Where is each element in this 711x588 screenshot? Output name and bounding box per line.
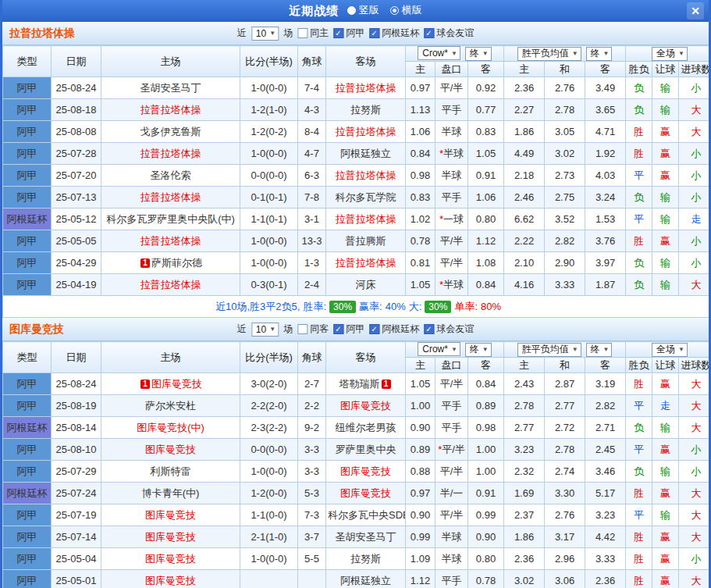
team-cell[interactable]: 科尔多瓦中央SDE xyxy=(326,504,406,526)
team-name: 拉普拉塔体操 xyxy=(140,235,201,247)
filter-checkbox-3[interactable]: 球会友谊 xyxy=(424,27,474,40)
filter-checkbox-2[interactable]: 阿根廷杯 xyxy=(369,27,419,40)
team-cell[interactable]: 戈多伊克鲁斯 xyxy=(101,121,240,143)
team-cell[interactable]: 图库曼竞技 xyxy=(326,483,406,504)
filter-bar-2: 近10▼场同客阿甲阿根廷杯球会友谊 xyxy=(237,318,474,340)
asia-home-odds-cell: 0.88 xyxy=(406,461,435,483)
recent-count-select[interactable]: 10▼ xyxy=(251,27,279,41)
team-cell[interactable]: 拉普拉塔体操 xyxy=(101,274,240,296)
date-cell: 25-07-14 xyxy=(52,526,101,548)
handicap-result-cell: 输 xyxy=(652,252,679,274)
match-row: 阿甲25-08-24圣胡安圣马丁1-0(0-0)7-4拉普拉塔体操0.97平/半… xyxy=(3,77,711,99)
team-cell[interactable]: 阿根廷独立 xyxy=(326,570,406,588)
filter-checkbox-2[interactable]: 阿根廷杯 xyxy=(369,323,419,336)
team-cell[interactable]: 图库曼竞技 xyxy=(101,548,240,570)
team-cell[interactable]: 拉普拉塔体操 xyxy=(326,165,406,187)
filter-checkbox-1[interactable]: 阿甲 xyxy=(333,323,364,336)
handicap-result-cell: 输 xyxy=(652,77,679,99)
league-cell: 阿甲 xyxy=(3,99,52,121)
team-cell[interactable]: 普拉腾斯 xyxy=(326,230,406,252)
odds-source-select[interactable]: 胜平负均值▼ xyxy=(517,343,581,357)
handicap-result-cell: 赢 xyxy=(652,143,679,165)
recent-count-select[interactable]: 10▼ xyxy=(251,323,279,337)
odds-source-select[interactable]: 终▼ xyxy=(465,343,492,357)
team-cell[interactable]: 拉普拉塔体操 xyxy=(326,77,406,99)
team-cell[interactable]: 圣胡安圣马丁 xyxy=(101,77,240,99)
team-cell[interactable]: 1图库曼竞技 xyxy=(101,373,240,395)
goals-result-cell: 大 xyxy=(679,274,711,296)
team-cell[interactable]: 拉普拉塔体操 xyxy=(101,143,240,165)
team-cell[interactable]: 圣洛伦索 xyxy=(101,165,240,187)
team-cell[interactable]: 科尔多瓦学院 xyxy=(326,187,406,208)
corner-cell: 3-3 xyxy=(298,439,326,461)
asia-away-odds-cell: 1.06 xyxy=(468,187,504,208)
odds-source-select[interactable]: 终▼ xyxy=(465,47,492,61)
team-cell[interactable]: 图库曼竞技 xyxy=(101,526,240,548)
handicap-result-cell: 赢 xyxy=(652,570,679,588)
odds-source-select[interactable]: 全场▼ xyxy=(652,47,688,61)
odds-source-select[interactable]: 全场▼ xyxy=(652,343,688,357)
close-button[interactable]: ✕ xyxy=(687,2,704,20)
team-cell[interactable]: 萨尔米安杜 xyxy=(101,395,240,417)
team-cell[interactable]: 图库曼竞技 xyxy=(101,570,240,588)
team-name: 河床 xyxy=(356,279,376,290)
team-cell[interactable]: 图库曼竞技(中) xyxy=(101,417,240,439)
asia-handicap-cell: 半球 xyxy=(435,165,468,187)
team-name: 罗萨里奥中央 xyxy=(336,444,396,455)
europe-away-odds-cell: 2.45 xyxy=(585,439,626,461)
europe-home-odds-cell: 3.02 xyxy=(504,570,545,588)
titlebar-content: 近期战绩 竖版横版 xyxy=(289,3,421,19)
team-cell[interactable]: 1萨斯菲尔德 xyxy=(101,252,240,274)
team-cell[interactable]: 圣胡安圣马丁 xyxy=(326,526,406,548)
match-row: 阿根廷杯25-05-12科尔多瓦罗萨里奥中央队(中)1-1(0-1)3-1拉普拉… xyxy=(3,208,711,230)
filter-checkbox-1[interactable]: 阿甲 xyxy=(333,27,364,40)
team-title-1: 拉普拉塔体操 xyxy=(9,27,75,41)
team-cell[interactable]: 阿根廷独立 xyxy=(326,143,406,165)
team-cell[interactable]: 拉普拉塔体操 xyxy=(326,252,406,274)
date-cell: 25-07-28 xyxy=(52,143,101,165)
team-cell[interactable]: 拉普拉塔体操 xyxy=(101,187,240,208)
filter-checkbox-3[interactable]: 球会友谊 xyxy=(424,323,474,336)
summary-stat-value: 80% xyxy=(481,301,501,312)
europe-draw-odds-cell: 2.82 xyxy=(545,230,585,252)
odds-source-select[interactable]: 终▼ xyxy=(586,47,613,61)
europe-away-odds-cell: 2.82 xyxy=(585,395,626,417)
odds-source-select[interactable]: 胜平负均值▼ xyxy=(517,47,581,61)
odds-source-select[interactable]: Crow*▼ xyxy=(418,342,460,356)
team-cell[interactable]: 拉普拉塔体操 xyxy=(101,99,240,121)
team-name: 萨斯菲尔德 xyxy=(151,257,202,269)
team-cell[interactable]: 罗萨里奥中央 xyxy=(326,439,406,461)
odds-header-group: Crow*▼终▼ xyxy=(406,46,504,62)
team-cell[interactable]: 拉努斯 xyxy=(326,99,406,121)
asia-handicap-cell: *一球 xyxy=(435,208,468,230)
team-cell[interactable]: 纽维尔老男孩 xyxy=(326,417,406,439)
layout-radio-1[interactable]: 横版 xyxy=(390,3,422,17)
team-cell[interactable]: 图库曼竞技 xyxy=(326,395,406,417)
team-cell[interactable]: 拉普拉塔体操 xyxy=(326,208,406,230)
date-cell: 25-07-29 xyxy=(52,461,101,483)
odds-source-select[interactable]: Crow*▼ xyxy=(418,46,460,60)
team-cell[interactable]: 拉努斯 xyxy=(326,548,406,570)
europe-home-odds-cell: 1.86 xyxy=(504,121,545,143)
team-cell[interactable]: 拉普拉塔体操 xyxy=(326,121,406,143)
team-cell[interactable]: 博卡青年(中) xyxy=(101,483,240,504)
team-cell[interactable]: 拉普拉塔体操 xyxy=(101,230,240,252)
filter-checkbox-0[interactable]: 同客 xyxy=(297,323,329,336)
team-cell[interactable]: 利斯特雷 xyxy=(101,461,240,483)
team-cell[interactable]: 塔勒瑞斯1 xyxy=(326,373,406,395)
filter-checkbox-label: 球会友谊 xyxy=(436,323,474,336)
team-cell[interactable]: 图库曼竞技 xyxy=(326,461,406,483)
handicap-result-cell: 走 xyxy=(652,395,679,417)
europe-draw-odds-cell: 3.33 xyxy=(545,274,585,296)
checkbox-icon xyxy=(297,28,308,38)
team-cell[interactable]: 图库曼竞技 xyxy=(101,504,240,526)
team-cell[interactable]: 科尔多瓦罗萨里奥中央队(中) xyxy=(101,208,240,230)
europe-home-odds-cell: 2.10 xyxy=(504,252,545,274)
team-cell[interactable]: 河床 xyxy=(326,274,406,296)
layout-radio-0[interactable]: 竖版 xyxy=(347,3,379,17)
filter-checkbox-0[interactable]: 同主 xyxy=(297,27,329,40)
odds-source-select[interactable]: 终▼ xyxy=(586,343,613,357)
asia-away-odds-cell: 0.83 xyxy=(468,121,504,143)
team-cell[interactable]: 图库曼竞技 xyxy=(101,439,240,461)
team-name: 拉努斯 xyxy=(350,553,381,565)
